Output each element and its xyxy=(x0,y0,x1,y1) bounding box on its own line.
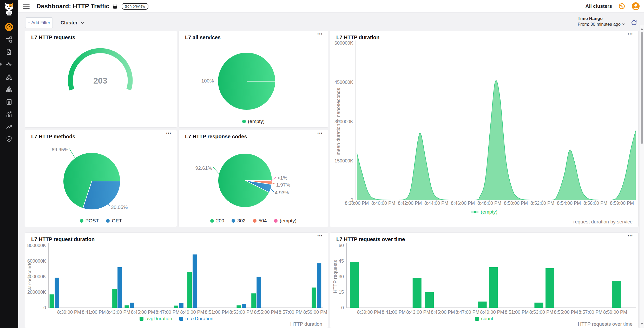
panel-menu-icon[interactable]: ••• xyxy=(317,32,323,36)
sidebar-item-service-map[interactable] xyxy=(3,58,15,71)
legend-item--empty-[interactable]: (empty) xyxy=(242,119,265,124)
user-avatar-icon[interactable] xyxy=(632,2,640,10)
sidebar-item-dashboards[interactable] xyxy=(3,21,15,33)
chevron-down-icon xyxy=(81,22,84,24)
sidebar-item-security[interactable] xyxy=(3,133,15,145)
legend-item-avgduration[interactable]: avgDuration xyxy=(140,316,172,322)
svg-text:69.95%: 69.95% xyxy=(52,147,69,152)
legend-label: GET xyxy=(112,218,122,224)
time-range-value: From: 30 minutes ago xyxy=(578,21,621,27)
svg-text:8:41:00 PM: 8:41:00 PM xyxy=(82,310,106,315)
svg-text:8:43:00 PM: 8:43:00 PM xyxy=(106,310,130,315)
svg-text:8:47:00 PM: 8:47:00 PM xyxy=(156,310,180,315)
svg-text:8:45:00 PM: 8:45:00 PM xyxy=(431,310,455,315)
svg-text:30: 30 xyxy=(339,274,344,279)
sidebar-item-workloads[interactable] xyxy=(3,83,15,95)
time-range-label: Time Range xyxy=(578,16,625,21)
svg-text:Nanoseconds: Nanoseconds xyxy=(27,262,32,292)
service-map-icon xyxy=(6,61,12,68)
svg-text:8:59:00 PM: 8:59:00 PM xyxy=(603,310,627,315)
svg-text:60: 60 xyxy=(339,243,344,248)
scrollbar-thumb[interactable] xyxy=(641,32,643,144)
sidebar-item-trends[interactable] xyxy=(3,120,15,133)
sidebar-item-network-map[interactable] xyxy=(3,33,15,46)
legend-item-200[interactable]: 200 xyxy=(210,218,224,224)
svg-text:150000K: 150000K xyxy=(334,158,353,163)
svg-text:8:53:00 PM: 8:53:00 PM xyxy=(229,310,253,315)
refresh-icon[interactable] xyxy=(630,19,638,26)
panel-menu-icon[interactable]: ••• xyxy=(317,234,323,238)
svg-text:8:49:00 PM: 8:49:00 PM xyxy=(180,310,204,315)
legend-marker-icon xyxy=(471,210,479,214)
legend-marker-icon xyxy=(475,317,479,321)
sidebar-item-metrics[interactable] xyxy=(3,108,15,120)
legend-marker-icon xyxy=(106,219,110,223)
time-range-selector[interactable]: Time Range From: 30 minutes ago xyxy=(578,16,625,27)
chart-legend: (empty) xyxy=(330,209,638,215)
chart-footer: request duration by service xyxy=(573,219,633,225)
chart-legend: 200302504(empty) xyxy=(179,218,328,224)
svg-text:0: 0 xyxy=(43,305,46,310)
legend-item--empty-[interactable]: (empty) xyxy=(471,209,497,215)
legend-label: count xyxy=(481,316,493,322)
svg-text:HTTP requests: HTTP requests xyxy=(332,260,338,293)
legend-label: maxDuration xyxy=(185,316,213,322)
legend-item-get[interactable]: GET xyxy=(106,218,122,224)
svg-text:92.61%: 92.61% xyxy=(195,165,212,171)
lock-icon xyxy=(113,3,117,9)
sidebar-item-flow-logs[interactable] xyxy=(3,46,15,58)
security-shield-icon xyxy=(6,136,12,142)
panel-l7-http-methods: L7 HTTP methods ••• 30.05%69.95% POSTGET xyxy=(25,130,177,227)
app-sidebar xyxy=(0,0,18,328)
svg-text:203: 203 xyxy=(93,76,107,85)
svg-text:30.05%: 30.05% xyxy=(111,204,128,210)
legend-label: (empty) xyxy=(481,209,497,215)
legend-item--empty-[interactable]: (empty) xyxy=(274,218,296,224)
panel-l7-http-duration: L7 HTTP duration ••• 0150000K300000K4500… xyxy=(330,31,639,227)
panel-l7-http-requests-over-time: L7 HTTP requests over time ••• 015304560… xyxy=(330,233,639,328)
panel-menu-icon[interactable]: ••• xyxy=(166,131,172,135)
bar-chart: 0200000K400000K600000K800000K8:39:00 PM8… xyxy=(25,233,328,328)
panel-menu-icon[interactable]: ••• xyxy=(628,32,633,36)
svg-text:600000K: 600000K xyxy=(334,40,353,46)
chart-footer: HTTP requests over time xyxy=(578,321,633,327)
top-bar: Dashboard: HTTP Traffic tech preview All… xyxy=(18,0,644,13)
legend-item-504[interactable]: 504 xyxy=(253,218,267,224)
panel-l7-http-response-codes: L7 HTTP response codes ••• <1%1.97%4.93%… xyxy=(179,130,328,227)
scroll-down-arrow[interactable] xyxy=(641,323,643,326)
svg-text:8:55:00 PM: 8:55:00 PM xyxy=(254,310,278,315)
sidebar-item-policy-checklist[interactable] xyxy=(3,95,15,108)
dashboard-content: + Add Filter Cluster Time Range From: 30… xyxy=(18,12,640,328)
legend-item-302[interactable]: 302 xyxy=(232,218,246,224)
pie-chart: 100% xyxy=(179,31,328,128)
trends-icon xyxy=(6,123,12,130)
legend-label: 200 xyxy=(216,218,224,224)
svg-text:4.93%: 4.93% xyxy=(275,190,289,195)
chevron-down-icon xyxy=(622,23,625,25)
cluster-filter-dropdown[interactable]: Cluster xyxy=(61,17,84,28)
panel-menu-icon[interactable]: ••• xyxy=(317,131,323,135)
svg-text:8:49:00 PM: 8:49:00 PM xyxy=(480,310,504,315)
svg-text:100%: 100% xyxy=(201,78,214,84)
scroll-up-arrow[interactable] xyxy=(641,27,643,30)
hamburger-menu-icon[interactable] xyxy=(23,4,30,9)
panel-menu-icon[interactable]: ••• xyxy=(628,234,633,238)
svg-text:0: 0 xyxy=(341,305,344,310)
cluster-scope-selector[interactable]: All clusters xyxy=(586,3,612,9)
svg-text:8:57:00 PM: 8:57:00 PM xyxy=(579,310,602,315)
legend-marker-icon xyxy=(232,219,235,223)
legend-item-count[interactable]: count xyxy=(475,316,493,322)
legend-item-maxduration[interactable]: maxDuration xyxy=(179,316,213,322)
add-filter-button[interactable]: + Add Filter xyxy=(25,17,53,28)
panel-title: L7 HTTP duration xyxy=(336,35,379,40)
sidebar-item-cluster-hierarchy[interactable] xyxy=(3,71,15,83)
svg-text:<1%: <1% xyxy=(277,175,287,181)
panel-l7-http-request-duration: L7 HTTP request duration ••• 0200000K400… xyxy=(25,233,328,328)
history-icon[interactable] xyxy=(618,2,626,10)
legend-marker-icon xyxy=(80,219,83,223)
svg-text:8:53:00 PM: 8:53:00 PM xyxy=(529,310,553,315)
mascot-logo-icon[interactable] xyxy=(3,2,15,17)
legend-item-post[interactable]: POST xyxy=(80,218,99,224)
svg-text:8:51:00 PM: 8:51:00 PM xyxy=(205,310,229,315)
svg-text:1.97%: 1.97% xyxy=(276,182,290,188)
